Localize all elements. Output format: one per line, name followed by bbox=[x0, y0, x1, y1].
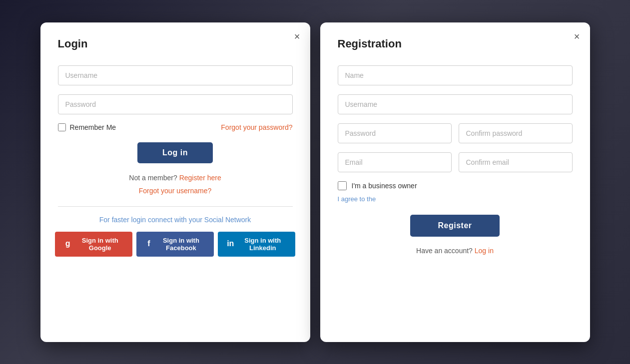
social-buttons-container: g Sign in with Google f Sign in with Fac… bbox=[58, 232, 293, 257]
have-account-container: Have an account? Log in bbox=[338, 247, 573, 255]
login-button[interactable]: Log in bbox=[137, 142, 213, 163]
login-modal: Login × Remember Me Forgot your password… bbox=[40, 22, 310, 342]
reg-username-input[interactable] bbox=[338, 94, 573, 114]
registration-title: Registration bbox=[338, 37, 573, 50]
facebook-signin-button[interactable]: f Sign in with Facebook bbox=[136, 232, 214, 257]
business-owner-row: I'm a business owner bbox=[338, 181, 573, 190]
business-owner-checkbox[interactable] bbox=[338, 181, 347, 190]
remember-forgot-row: Remember Me Forgot your password? bbox=[58, 123, 293, 131]
register-here-link[interactable]: Register here bbox=[179, 174, 221, 182]
google-icon: g bbox=[64, 239, 71, 249]
forgot-username-container: Forgot your username? bbox=[58, 186, 293, 195]
reg-password-input[interactable] bbox=[338, 123, 452, 143]
reg-email-input[interactable] bbox=[338, 152, 452, 172]
agree-text: I agree to the bbox=[338, 195, 573, 203]
reg-username-group bbox=[338, 94, 573, 114]
login-link[interactable]: Log in bbox=[475, 247, 494, 255]
business-owner-label: I'm a business owner bbox=[352, 182, 417, 190]
dialogs-container: Login × Remember Me Forgot your password… bbox=[30, 12, 600, 352]
reg-password-row bbox=[338, 123, 573, 143]
remember-me-label: Remember Me bbox=[58, 123, 116, 131]
registration-close-button[interactable]: × bbox=[574, 31, 580, 41]
reg-confirm-password-input[interactable] bbox=[459, 123, 573, 143]
not-member-text: Not a member? Register here bbox=[129, 174, 221, 182]
divider bbox=[58, 206, 293, 207]
registration-modal: Registration × I'm a business owner I ag… bbox=[320, 22, 590, 342]
register-button[interactable]: Register bbox=[410, 215, 499, 237]
remember-me-checkbox[interactable] bbox=[58, 123, 66, 131]
login-username-group bbox=[58, 65, 293, 85]
register-suggestion: Not a member? Register here bbox=[58, 173, 293, 182]
reg-email-row bbox=[338, 152, 573, 172]
reg-name-group bbox=[338, 65, 573, 85]
reg-name-input[interactable] bbox=[338, 65, 573, 85]
login-title: Login bbox=[58, 37, 293, 50]
facebook-icon: f bbox=[145, 239, 152, 249]
login-password-group bbox=[58, 94, 293, 114]
forgot-username-link[interactable]: Forgot your username? bbox=[139, 187, 212, 195]
login-password-input[interactable] bbox=[58, 94, 293, 114]
linkedin-icon: in bbox=[227, 239, 234, 249]
login-close-button[interactable]: × bbox=[294, 31, 300, 41]
social-connect-text: For faster login connect with your Socia… bbox=[58, 216, 293, 224]
linkedin-signin-button[interactable]: in Sign in with Linkedin bbox=[218, 232, 295, 257]
reg-confirm-email-input[interactable] bbox=[459, 152, 573, 172]
login-username-input[interactable] bbox=[58, 65, 293, 85]
google-signin-button[interactable]: g Sign in with Google bbox=[55, 232, 132, 257]
forgot-password-link[interactable]: Forgot your password? bbox=[221, 123, 292, 131]
